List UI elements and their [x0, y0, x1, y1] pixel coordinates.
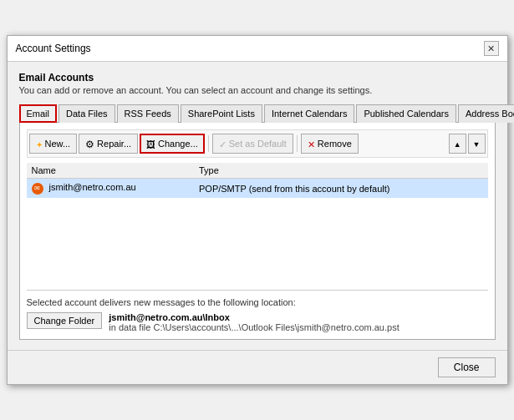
- section-title: Email Accounts: [19, 72, 496, 83]
- remove-icon: [308, 138, 315, 150]
- dialog-title: Account Settings: [16, 43, 91, 54]
- move-up-button[interactable]: [449, 134, 466, 154]
- tab-data-files[interactable]: Data Files: [59, 104, 115, 123]
- accounts-toolbar: New... Repair... Change... Set as Defaul…: [27, 129, 488, 158]
- set-default-button[interactable]: Set as Default: [212, 134, 293, 154]
- accounts-table: Name Type ✉ jsmith@netro.com.au POP/SMTP…: [27, 163, 488, 198]
- folder-path: in data file C:\Users\accounts\...\Outlo…: [109, 322, 399, 332]
- col-type-header: Type: [194, 163, 488, 179]
- tab-rss-feeds[interactable]: RSS Feeds: [117, 104, 179, 123]
- account-icon: ✉: [32, 183, 43, 195]
- table-empty-space: [27, 198, 488, 281]
- section-description: You can add or remove an account. You ca…: [19, 85, 496, 95]
- default-icon: [219, 138, 226, 150]
- change-button[interactable]: Change...: [140, 134, 205, 154]
- tab-bar: Email Data Files RSS Feeds SharePoint Li…: [19, 104, 496, 123]
- tab-content-email: New... Repair... Change... Set as Defaul…: [19, 123, 496, 340]
- account-name-cell: ✉ jsmith@netro.com.au: [27, 179, 194, 198]
- toolbar-separator-2: [297, 135, 298, 152]
- tab-internet-calendars[interactable]: Internet Calendars: [264, 104, 355, 123]
- repair-button[interactable]: Repair...: [79, 134, 138, 154]
- arrow-up-icon: [454, 139, 461, 149]
- folder-inbox: jsmith@netro.com.au\Inbox: [109, 312, 399, 322]
- account-settings-dialog: Account Settings ✕ Email Accounts You ca…: [7, 35, 508, 385]
- tab-sharepoint-lists[interactable]: SharePoint Lists: [181, 104, 262, 123]
- change-folder-button[interactable]: Change Folder: [27, 312, 103, 329]
- tab-published-calendars[interactable]: Published Calendars: [356, 104, 456, 123]
- tab-address-books[interactable]: Address Books: [458, 104, 514, 123]
- move-down-button[interactable]: [468, 134, 486, 154]
- folder-info: jsmith@netro.com.au\Inbox in data file C…: [109, 312, 399, 332]
- account-type-cell: POP/SMTP (send from this account by defa…: [194, 179, 488, 198]
- dialog-close-button[interactable]: ✕: [484, 41, 499, 56]
- arrow-down-icon: [473, 139, 481, 149]
- footer-close-button[interactable]: Close: [438, 357, 496, 377]
- change-folder-row: Change Folder jsmith@netro.com.au\Inbox …: [27, 312, 488, 332]
- remove-button[interactable]: Remove: [301, 134, 359, 154]
- new-button[interactable]: New...: [29, 134, 78, 154]
- col-name-header: Name: [27, 163, 194, 179]
- bottom-section: Selected account delivers new messages t…: [27, 290, 488, 332]
- toolbar-separator: [208, 135, 209, 152]
- repair-icon: [85, 138, 94, 150]
- new-icon: [36, 138, 43, 150]
- tab-email[interactable]: Email: [19, 104, 58, 123]
- dialog-footer: Close: [8, 350, 507, 384]
- table-row[interactable]: ✉ jsmith@netro.com.au POP/SMTP (send fro…: [27, 179, 488, 198]
- delivery-description: Selected account delivers new messages t…: [27, 297, 488, 307]
- change-icon: [146, 138, 155, 150]
- title-bar: Account Settings ✕: [8, 36, 507, 62]
- dialog-body: Email Accounts You can add or remove an …: [8, 62, 507, 350]
